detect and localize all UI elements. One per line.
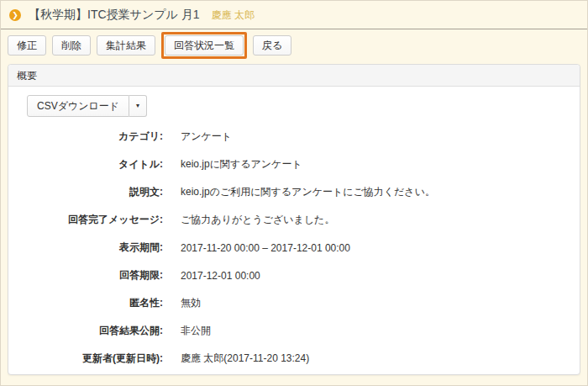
field-row-response-deadline: 回答期限: 2017-12-01 00:00 [17,262,571,289]
panel-body: CSVダウンロード ▾ カテゴリ: アンケート タイトル: keio.jpに関す… [8,87,580,381]
field-value: ご協力ありがとうございました。 [181,213,334,227]
field-row-result-publication: 回答結果公開: 非公開 [17,317,571,345]
field-row-title: タイトル: keio.jpに関するアンケート [17,151,571,178]
panel-title: 概要 [8,65,580,87]
field-label: 表示期間: [17,241,163,255]
field-row-anonymity: 匿名性: 無効 [17,289,571,317]
field-row-category: カテゴリ: アンケート [17,123,571,151]
field-label: 更新者(更新日時): [17,352,163,366]
csv-dropdown-caret-button[interactable]: ▾ [129,95,147,117]
edit-button[interactable]: 修正 [8,35,46,56]
field-value: 非公開 [181,324,211,338]
field-row-description: 説明文: keio.jpのご利用に関するアンケートにご協力ください。 [17,178,571,206]
page-title: 【秋学期】ITC授業サンプル 月1 [29,8,200,23]
caret-down-icon: ▾ [136,102,139,109]
page-header: ❯ 【秋学期】ITC授業サンプル 月1 慶應 太郎 [1,1,587,29]
back-button[interactable]: 戻る [253,35,291,56]
aggregate-results-button[interactable]: 集計結果 [97,35,155,56]
field-list: カテゴリ: アンケート タイトル: keio.jpに関するアンケート 説明文: … [17,123,571,373]
annotation-highlight-box: 回答状況一覧 [161,32,247,59]
delete-button[interactable]: 削除 [52,35,91,56]
field-label: 説明文: [17,185,163,199]
field-row-updated-by: 更新者(更新日時): 慶應 太郎(2017-11-20 13:24) [17,345,571,373]
field-value: 無効 [181,296,201,310]
page: ❯ 【秋学期】ITC授業サンプル 月1 慶應 太郎 修正 削除 集計結果 回答状… [0,0,588,386]
field-label: 匿名性: [17,296,163,310]
field-label: タイトル: [17,157,163,172]
field-value: 2017-11-20 00:00 – 2017-12-01 00:00 [181,242,350,254]
field-label: カテゴリ: [17,130,163,144]
field-label: 回答完了メッセージ: [17,213,163,227]
field-value: 慶應 太郎(2017-11-20 13:24) [181,352,309,366]
field-value: keio.jpのご利用に関するアンケートにご協力ください。 [181,185,435,199]
response-status-list-button[interactable]: 回答状況一覧 [165,35,244,56]
field-label: 回答期限: [17,268,163,283]
field-row-display-period: 表示期間: 2017-11-20 00:00 – 2017-12-01 00:0… [17,234,571,262]
toolbar: 修正 削除 集計結果 回答状況一覧 戻る [1,29,587,61]
field-value: keio.jpに関するアンケート [181,157,302,172]
chevron-right-circle-icon: ❯ [9,9,21,21]
field-value: アンケート [181,130,232,144]
csv-download-button[interactable]: CSVダウンロード [27,95,129,117]
user-name: 慶應 太郎 [212,8,255,23]
field-value: 2017-12-01 00:00 [181,270,260,282]
field-row-completion-message: 回答完了メッセージ: ご協力ありがとうございました。 [17,206,571,234]
field-label: 回答結果公開: [17,324,163,338]
overview-panel: 概要 CSVダウンロード ▾ カテゴリ: アンケート タイトル: keio.jp… [8,64,580,375]
csv-download-split-button: CSVダウンロード ▾ [27,95,147,117]
